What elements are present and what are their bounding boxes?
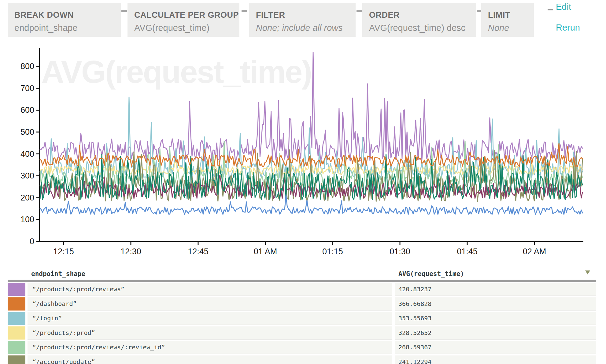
series-line[interactable] (40, 52, 582, 161)
y-tick-label: 300 (20, 171, 34, 180)
chart-canvas[interactable]: 010020030040050060070080012:1512:3012:45… (0, 0, 606, 364)
x-tick-label: 12:15 (53, 247, 74, 256)
x-tick-label: 12:30 (120, 247, 141, 256)
x-tick-label: 01:30 (390, 247, 410, 256)
y-tick-label: 400 (20, 149, 34, 159)
x-tick-label: 02 AM (523, 247, 546, 256)
y-tick-label: 700 (20, 84, 34, 93)
y-tick-label: 800 (20, 62, 34, 71)
y-tick-label: 100 (20, 215, 34, 224)
y-tick-label: 200 (20, 193, 34, 202)
y-tick-label: 600 (20, 105, 34, 115)
y-tick-label: 0 (30, 237, 34, 246)
x-tick-label: 01 AM (254, 247, 277, 256)
x-tick-label: 12:45 (188, 247, 209, 256)
x-tick-label: 01:15 (322, 247, 343, 256)
y-tick-label: 500 (20, 127, 34, 137)
x-tick-label: 01:45 (457, 247, 478, 256)
